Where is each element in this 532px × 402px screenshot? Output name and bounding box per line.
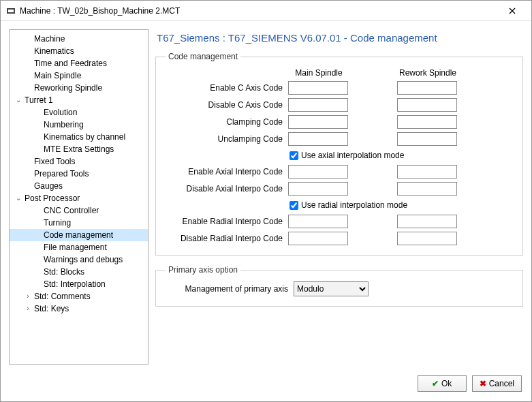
- tree-item-label: File management: [42, 242, 108, 253]
- app-icon: [6, 6, 16, 16]
- tree-item-warnings-and-debugs[interactable]: Warnings and debugs: [10, 253, 148, 266]
- tree-item-time-and-feedrates[interactable]: Time and Feedrates: [10, 57, 148, 69]
- tree-item-turret-1[interactable]: ⌄Turret 1: [10, 94, 148, 106]
- tree-item-numbering[interactable]: Numbering: [10, 119, 148, 131]
- tree-item-kinematics[interactable]: Kinematics: [10, 45, 148, 57]
- tree-item-label: Gauges: [33, 181, 64, 191]
- cancel-label: Cancel: [489, 379, 514, 388]
- tree-item-label: Kinematics: [33, 46, 76, 57]
- tree-item-label: Fixed Tools: [33, 156, 76, 167]
- primary-axis-group: Primary axis option Management of primar…: [155, 265, 523, 307]
- row1-0-rework-input[interactable]: [397, 81, 457, 95]
- tree-item-turning[interactable]: Turning: [10, 217, 148, 229]
- chevron-right-icon[interactable]: ›: [23, 303, 33, 314]
- tree-item-std-interpolation[interactable]: Std: Interpolation: [10, 278, 148, 290]
- nav-tree[interactable]: MachineKinematicsTime and FeedratesMain …: [9, 29, 148, 365]
- tree-item-gauges[interactable]: Gauges: [10, 180, 148, 192]
- row2-1-label: Disable Axial Interpo Code: [166, 184, 288, 194]
- ok-label: Ok: [441, 379, 452, 388]
- tree-item-cnc-controller[interactable]: CNC Controller: [10, 204, 148, 217]
- code-management-legend: Code management: [166, 52, 240, 61]
- tree-item-kinematics-by-channel[interactable]: Kinematics by channel: [10, 131, 148, 143]
- machine-editor-window: Machine : TW_02b_Bishop_Machine 2.MCT Ma…: [0, 0, 532, 402]
- tree-item-std-comments[interactable]: ›Std: Comments: [10, 290, 148, 303]
- tree-item-label: Time and Feedrates: [33, 58, 108, 69]
- row3-1-label: Disable Radial Interpo Code: [166, 234, 288, 243]
- row1-2-main-input[interactable]: [288, 115, 348, 129]
- tree-item-label: Std: Interpolation: [42, 279, 107, 290]
- row2-0-label: Enable Axial Interpo Code: [166, 167, 288, 176]
- tree-item-label: Std: Keys: [33, 303, 70, 314]
- tree-item-std-keys[interactable]: ›Std: Keys: [10, 303, 148, 315]
- tree-item-main-spindle[interactable]: Main Spindle: [10, 69, 148, 82]
- row1-2-rework-input[interactable]: [397, 115, 457, 129]
- primary-axis-row: Management of primary axis Modulo: [166, 281, 513, 296]
- row1-1-label: Disable C Axis Code: [166, 100, 288, 110]
- tree-item-label: Prepared Tools: [33, 168, 91, 179]
- cancel-button[interactable]: ✖ Cancel: [472, 375, 522, 392]
- window-title: Machine : TW_02b_Bishop_Machine 2.MCT: [20, 6, 499, 16]
- row1-3-rework-input[interactable]: [397, 132, 457, 146]
- tree-item-post-processor[interactable]: ⌄Post Processor: [10, 192, 148, 204]
- tree-item-label: CNC Controller: [42, 205, 100, 216]
- tree-item-file-management[interactable]: File management: [10, 241, 148, 253]
- tree-item-std-blocks[interactable]: Std: Blocks: [10, 266, 148, 278]
- chevron-right-icon[interactable]: ›: [23, 291, 33, 302]
- tree-item-prepared-tools[interactable]: Prepared Tools: [10, 168, 148, 180]
- use-radial-interp-checkbox[interactable]: [290, 201, 298, 210]
- tree-item-label: Turning: [42, 217, 72, 228]
- tree-item-mte-extra-settings[interactable]: MTE Extra Settings: [10, 143, 148, 155]
- svg-rect-1: [8, 10, 14, 12]
- row2-0-rework-input[interactable]: [397, 165, 457, 179]
- tree-item-evolution[interactable]: Evolution: [10, 106, 148, 119]
- row1-3-main-input[interactable]: [288, 132, 348, 146]
- tree-item-label: Std: Comments: [33, 291, 92, 302]
- tree-item-label: Main Spindle: [33, 70, 82, 81]
- ok-button[interactable]: ✔ Ok: [418, 375, 467, 392]
- chevron-down-icon[interactable]: ⌄: [14, 193, 23, 204]
- use-axial-interp-checkbox[interactable]: [290, 151, 298, 160]
- use-axial-interp-row: Use axial interpolation mode: [288, 149, 458, 161]
- tree-item-label: Evolution: [42, 107, 78, 118]
- tree-item-label: Turret 1: [23, 95, 54, 106]
- primary-axis-label: Management of primary axis: [166, 284, 288, 294]
- row1-0-main-input[interactable]: [288, 81, 348, 95]
- tree-item-label: Numbering: [42, 119, 85, 130]
- tree-item-label: Post Processor: [23, 193, 81, 204]
- row2-0-main-input[interactable]: [288, 165, 348, 179]
- code-management-grid: Main SpindleRework SpindleEnable C Axis …: [166, 68, 513, 245]
- tree-item-label: Machine: [33, 33, 66, 44]
- row1-2-label: Clamping Code: [166, 117, 288, 127]
- tree-item-label: Kinematics by channel: [42, 132, 127, 142]
- use-radial-interp-row: Use radial interpolation mode: [288, 199, 458, 211]
- row1-3-label: Unclamping Code: [166, 134, 288, 144]
- page-title: T67_Siemens : T67_SIEMENS V6.07.01 - Cod…: [157, 32, 523, 44]
- close-button[interactable]: [499, 1, 526, 20]
- row3-0-rework-input[interactable]: [397, 215, 457, 228]
- tree-item-label: Warnings and debugs: [42, 254, 124, 265]
- tree-item-code-management[interactable]: Code management: [10, 229, 148, 241]
- body: MachineKinematicsTime and FeedratesMain …: [1, 21, 531, 373]
- row3-1-rework-input[interactable]: [397, 232, 457, 245]
- tree-item-machine[interactable]: Machine: [10, 33, 148, 45]
- row3-1-main-input[interactable]: [288, 232, 348, 245]
- content-pane: T67_Siemens : T67_SIEMENS V6.07.01 - Cod…: [155, 29, 523, 365]
- tree-item-fixed-tools[interactable]: Fixed Tools: [10, 155, 148, 168]
- row1-1-main-input[interactable]: [288, 98, 348, 112]
- primary-axis-select[interactable]: Modulo: [294, 281, 369, 296]
- check-icon: ✔: [432, 379, 439, 388]
- use-axial-interp-label: Use axial interpolation mode: [301, 151, 404, 160]
- row2-1-rework-input[interactable]: [397, 182, 457, 196]
- code-management-group: Code management Main SpindleRework Spind…: [155, 52, 523, 256]
- row1-1-rework-input[interactable]: [397, 98, 457, 112]
- x-icon: ✖: [480, 379, 486, 388]
- chevron-down-icon[interactable]: ⌄: [14, 95, 23, 106]
- primary-axis-legend: Primary axis option: [166, 265, 240, 275]
- tree-item-reworking-spindle[interactable]: Reworking Spindle: [10, 82, 148, 94]
- row3-0-main-input[interactable]: [288, 215, 348, 228]
- row2-1-main-input[interactable]: [288, 182, 348, 196]
- col-rework-spindle: Rework Spindle: [397, 68, 458, 78]
- row3-0-label: Enable Radial Interpo Code: [166, 217, 288, 226]
- footer: ✔ Ok ✖ Cancel: [1, 373, 531, 401]
- close-icon: [509, 7, 516, 14]
